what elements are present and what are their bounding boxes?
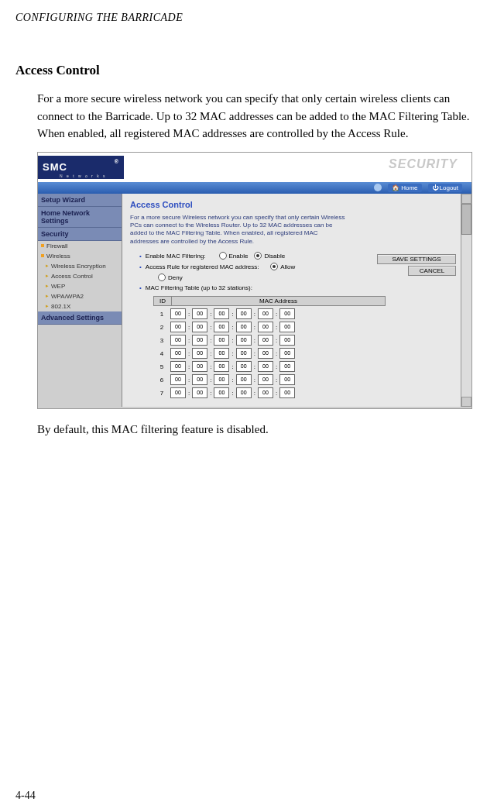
nav-wireless-encryption[interactable]: ▸Wireless Encryption xyxy=(38,261,122,271)
bullet-icon: • xyxy=(139,263,142,270)
colon-separator: : xyxy=(207,311,214,318)
mac-octet-input[interactable]: 00 xyxy=(279,361,295,372)
mac-octet-input[interactable]: 00 xyxy=(258,348,273,359)
colon-separator: : xyxy=(252,377,258,384)
scroll-down-arrow[interactable] xyxy=(461,397,471,407)
mac-octet-input[interactable]: 00 xyxy=(192,387,207,398)
mac-octet-input[interactable]: 00 xyxy=(236,361,252,372)
globe-icon xyxy=(374,184,382,191)
table-row: 300:00:00:00:00:00 xyxy=(153,335,386,346)
mac-octet-input[interactable]: 00 xyxy=(192,348,207,359)
mac-octet-input[interactable]: 00 xyxy=(192,308,207,319)
disable-radio[interactable] xyxy=(254,252,262,260)
mac-octet-input[interactable]: 00 xyxy=(214,361,229,372)
scroll-thumb[interactable] xyxy=(461,204,471,235)
mac-octet-input[interactable]: 00 xyxy=(192,361,207,372)
nav-setup-wizard[interactable]: Setup Wizard xyxy=(38,194,122,207)
mac-octet-input[interactable]: 00 xyxy=(258,361,273,372)
mac-octet-input[interactable]: 00 xyxy=(214,387,229,398)
mac-octet-input[interactable]: 00 xyxy=(214,322,229,332)
enable-option: Enable xyxy=(229,253,249,260)
colon-separator: : xyxy=(186,363,192,370)
table-label: MAC Filtering Table (up to 32 stations): xyxy=(146,284,252,291)
colon-separator: : xyxy=(273,390,279,397)
mac-octet-input[interactable]: 00 xyxy=(236,387,252,398)
nav-access-control[interactable]: ▸Access Control xyxy=(38,271,122,281)
mac-octet-input[interactable]: 00 xyxy=(258,308,273,319)
mac-octet-input[interactable]: 00 xyxy=(170,361,186,372)
allow-radio[interactable] xyxy=(270,263,278,270)
nav-item-label: Access Control xyxy=(51,273,93,280)
mac-octet-input[interactable]: 00 xyxy=(192,322,207,332)
mac-octet-input[interactable]: 00 xyxy=(236,335,252,346)
mac-octet-input[interactable]: 00 xyxy=(192,335,207,346)
nav-8021x[interactable]: ▸802.1X xyxy=(38,301,122,311)
logout-label: Logout xyxy=(440,184,458,191)
mac-octet-input[interactable]: 00 xyxy=(279,308,295,319)
mac-octet-input[interactable]: 00 xyxy=(258,374,273,385)
mac-octet-input[interactable]: 00 xyxy=(214,348,229,359)
deny-option: Deny xyxy=(168,274,183,281)
mac-octet-input[interactable]: 00 xyxy=(170,387,186,398)
mac-cells: 00:00:00:00:00:00 xyxy=(170,387,386,398)
mac-header: MAC Address xyxy=(172,296,386,306)
bullet-icon: • xyxy=(139,253,142,260)
mac-octet-input[interactable]: 00 xyxy=(236,322,252,332)
mac-octet-input[interactable]: 00 xyxy=(279,335,295,346)
colon-separator: : xyxy=(252,363,258,370)
mac-octet-input[interactable]: 00 xyxy=(214,335,229,346)
mac-octet-input[interactable]: 00 xyxy=(236,348,252,359)
colon-separator: : xyxy=(207,363,214,370)
nav-home-network[interactable]: Home Network Settings xyxy=(38,207,122,228)
mac-octet-input[interactable]: 00 xyxy=(170,348,186,359)
logo-subtitle: N e t w o r k s xyxy=(60,174,107,178)
colon-separator: : xyxy=(207,350,214,357)
colon-separator: : xyxy=(252,390,258,397)
table-row: 700:00:00:00:00:00 xyxy=(153,387,386,398)
intro-paragraph: For a more secure wireless network you c… xyxy=(37,90,485,143)
arrow-icon: ▸ xyxy=(46,273,49,279)
colon-separator: : xyxy=(273,337,279,344)
mac-octet-input[interactable]: 00 xyxy=(279,387,295,398)
mac-octet-input[interactable]: 00 xyxy=(258,322,273,332)
access-rule-label: Access Rule for registered MAC address: xyxy=(146,263,259,270)
arrow-icon: ▸ xyxy=(46,293,49,299)
mac-octet-input[interactable]: 00 xyxy=(236,308,252,319)
save-settings-button[interactable]: SAVE SETTINGS xyxy=(377,254,456,264)
nav-security[interactable]: Security xyxy=(38,228,122,241)
mac-octet-input[interactable]: 00 xyxy=(170,335,186,346)
colon-separator: : xyxy=(273,324,279,331)
mac-octet-input[interactable]: 00 xyxy=(279,374,295,385)
mac-cells: 00:00:00:00:00:00 xyxy=(170,322,386,332)
nav-firewall[interactable]: Firewall xyxy=(38,241,122,251)
mac-filtering-table: ID MAC Address 100:00:00:00:00:00200:00:… xyxy=(153,296,386,398)
enable-radio[interactable] xyxy=(219,252,227,260)
colon-separator: : xyxy=(207,390,214,397)
mac-octet-input[interactable]: 00 xyxy=(170,374,186,385)
home-label: Home xyxy=(401,184,417,191)
nav-wep[interactable]: ▸WEP xyxy=(38,281,122,291)
nav-wireless[interactable]: Wireless xyxy=(38,251,122,261)
mac-octet-input[interactable]: 00 xyxy=(258,335,273,346)
mac-octet-input[interactable]: 00 xyxy=(236,374,252,385)
vertical-scrollbar[interactable] xyxy=(461,194,471,407)
nav-wpa[interactable]: ▸WPA/WPA2 xyxy=(38,291,122,301)
ui-header: SMC ® N e t w o r k s SECURITY xyxy=(38,153,471,182)
nav-advanced[interactable]: Advanced Settings xyxy=(38,311,122,325)
mac-octet-input[interactable]: 00 xyxy=(279,348,295,359)
cancel-button[interactable]: CANCEL xyxy=(408,266,456,276)
colon-separator: : xyxy=(207,377,214,384)
mac-octet-input[interactable]: 00 xyxy=(214,374,229,385)
bullet-icon xyxy=(41,244,44,247)
colon-separator: : xyxy=(229,324,235,331)
scroll-up-arrow[interactable] xyxy=(461,194,471,204)
mac-octet-input[interactable]: 00 xyxy=(258,387,273,398)
home-button[interactable]: 🏠 Home xyxy=(388,184,421,192)
mac-octet-input[interactable]: 00 xyxy=(279,322,295,332)
mac-octet-input[interactable]: 00 xyxy=(192,374,207,385)
mac-octet-input[interactable]: 00 xyxy=(170,322,186,332)
mac-octet-input[interactable]: 00 xyxy=(170,308,186,319)
logout-button[interactable]: ⏻ Logout xyxy=(428,184,462,192)
mac-octet-input[interactable]: 00 xyxy=(214,308,229,319)
deny-radio[interactable] xyxy=(158,274,166,281)
